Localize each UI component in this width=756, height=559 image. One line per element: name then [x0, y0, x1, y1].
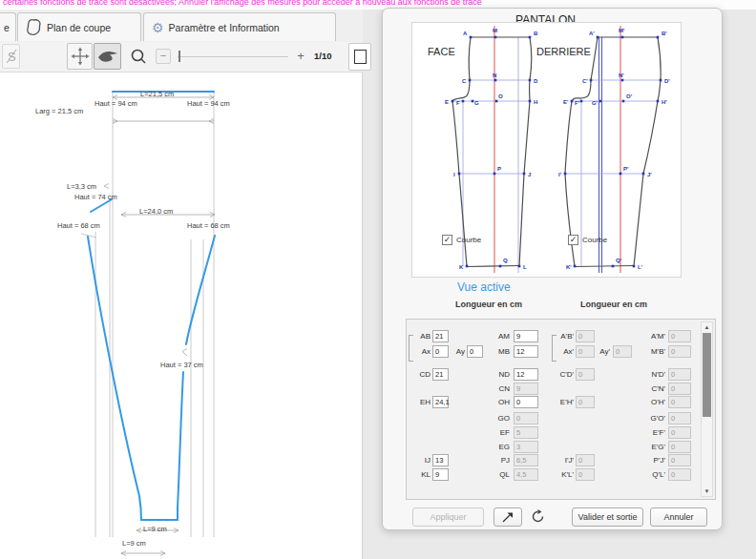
scrollbar-thumb[interactable] [703, 333, 711, 417]
measure-input[interactable]: 24,1 [432, 396, 449, 408]
diagram-point [494, 36, 497, 39]
diagram-point [633, 265, 636, 268]
diagram-point [462, 100, 465, 103]
diagram-point-label: Q [503, 258, 508, 263]
diagram-point [660, 79, 662, 82]
diagram-point [494, 79, 497, 82]
diagram-point-label: H' [662, 99, 667, 105]
measure-label: OH [470, 396, 510, 408]
diagram-point-label: I [453, 172, 455, 177]
diagram-point-label: O [498, 93, 503, 99]
tab-parametre-information[interactable]: ⚙ Paramètre et Information [143, 12, 336, 41]
view-tool-button[interactable] [94, 43, 121, 70]
validate-button[interactable]: Valider et sortie [572, 507, 643, 527]
measure-input: 0 [576, 368, 595, 381]
courbe-checkbox-face[interactable]: ✓ Courbe [442, 235, 481, 245]
zoom-slider[interactable] [178, 50, 288, 63]
diagram-point [495, 100, 498, 103]
s-slash-icon: S [5, 47, 18, 66]
diagram-point [642, 173, 645, 176]
measure-input: 0 [668, 412, 691, 424]
scroll-down-icon[interactable]: ▼ [702, 487, 712, 496]
measure-label: I'J' [534, 454, 574, 466]
zoom-tool [128, 46, 149, 67]
frame-button[interactable] [348, 43, 371, 71]
apply-button: Appliquer [412, 507, 484, 527]
measure-input: 0 [514, 412, 538, 424]
drawing-canvas[interactable]: Larg = 21,5 cmL=21,5 cmHaut = 94 cmHaut … [0, 72, 363, 559]
tab-partial[interactable]: e [0, 12, 16, 41]
diagram-points: AMBCNDEFGOHIPJKQLA'M'B'C'N'D'E'F'G'O'H'I… [445, 28, 670, 270]
measure-label: O'H' [625, 396, 665, 408]
measure-label: M'B' [625, 345, 665, 358]
tab-label: Paramètre et Information [169, 22, 280, 33]
measure-input: 0 [668, 454, 691, 466]
measure-label: EG [470, 441, 510, 453]
courbe-label: Courbe [582, 236, 607, 244]
wand-button[interactable] [494, 507, 522, 527]
diagram-point [529, 36, 532, 39]
pattern-drawing [0, 72, 362, 559]
zoom-in-button[interactable]: + [293, 49, 308, 64]
diagram-point [529, 79, 532, 82]
measure-input: 5 [514, 426, 538, 439]
diagram-point [494, 173, 496, 176]
diagram-point [529, 100, 532, 103]
app-window: certaines fonctions de tracé sont désact… [0, 0, 756, 559]
measure-input[interactable]: 13 [432, 454, 449, 466]
measure-label: IJ [390, 454, 430, 466]
diagram-point-label: B [534, 31, 538, 36]
face-label: FACE [428, 46, 455, 57]
diagram-point-label: K [459, 264, 464, 270]
derriere-label: DERRIERE [536, 46, 591, 57]
measure-label: MB [470, 345, 510, 358]
diagram-point-label: B' [662, 31, 667, 36]
scroll-up-icon[interactable]: ▲ [702, 322, 712, 332]
diagram-point-label: Q' [616, 258, 622, 263]
measure-label: N'D' [625, 368, 665, 381]
move-tool-button[interactable] [67, 43, 93, 70]
diagram-point [466, 265, 469, 268]
diagram-point-label: J' [647, 172, 652, 177]
diagram-point [657, 36, 660, 39]
tab-plan-de-coupe[interactable]: Plan de coupe [17, 12, 141, 41]
zoom-slider-track [178, 56, 288, 57]
measure-label: ND [470, 368, 510, 381]
diagram-box: AMBCNDEFGOHIPJKQLA'M'B'C'N'D'E'F'G'O'H'I… [411, 22, 682, 278]
measure-label: Ay [425, 345, 465, 358]
courbe-checkbox-derriere[interactable]: ✓ Courbe [568, 235, 607, 245]
dimension-label: Haut = 94 cm [94, 99, 137, 108]
tab-label: Plan de coupe [47, 22, 111, 33]
zoom-slider-thumb[interactable] [178, 51, 180, 62]
zoom-out-button[interactable]: − [156, 49, 171, 64]
diagram-point [571, 100, 574, 103]
diagram-point [621, 79, 624, 82]
measure-input: 0 [576, 468, 595, 481]
diagram-point-label: J [528, 172, 531, 177]
cancel-button[interactable]: Annuler [650, 507, 707, 527]
square-icon [354, 50, 367, 64]
diagram-point [599, 100, 602, 103]
measure-label: GO [470, 412, 510, 424]
diagram-point-label: G' [592, 100, 598, 106]
diagram-point-label: C [462, 78, 467, 84]
measure-input[interactable]: 21 [432, 330, 449, 342]
measure-label: A'M' [625, 330, 665, 342]
measure-label: K'L' [534, 468, 574, 481]
measure-label: PJ [470, 454, 510, 466]
measure-input[interactable]: 9 [432, 468, 449, 481]
dimension-label: Larg = 21,5 cm [35, 107, 83, 115]
magnifier-icon [129, 47, 148, 66]
diagram-point [657, 100, 660, 103]
scrollbar[interactable]: ▲ ▼ [701, 321, 713, 497]
diagram-point [590, 79, 593, 82]
diagram-point-label: G [474, 100, 479, 106]
diagram-point [469, 79, 472, 82]
diagram-point-label: K' [566, 264, 572, 270]
measure-input[interactable]: 21 [432, 368, 449, 381]
diagram-point-label: E [445, 99, 449, 105]
diagram-point-label: M [493, 28, 497, 33]
dimension-label: L=9 cm [143, 525, 167, 533]
gears-icon: ⚙ [152, 21, 164, 34]
refresh-button[interactable] [530, 508, 547, 526]
